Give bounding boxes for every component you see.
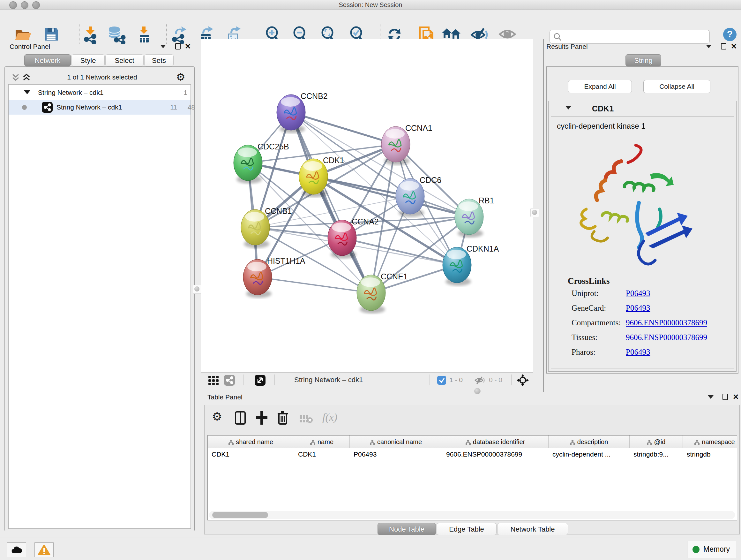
hidden-eye-slash-icon <box>474 376 486 385</box>
memory-button[interactable]: Memory <box>687 541 736 558</box>
tree-expander-icon[interactable] <box>24 90 30 94</box>
tab-node-table[interactable]: Node Table <box>378 523 436 535</box>
network-node-ccna2[interactable]: CCNA2 <box>328 217 379 259</box>
collapse-all-icon[interactable] <box>11 73 20 82</box>
save-session-icon[interactable] <box>43 26 59 43</box>
table-settings-gear-icon[interactable]: ⚙ <box>212 410 222 423</box>
node-label: HIST1H1A <box>267 256 306 265</box>
delete-column-trash-icon[interactable] <box>277 411 288 425</box>
tab-sets[interactable]: Sets <box>144 54 174 66</box>
warning-button[interactable] <box>35 543 54 557</box>
crosslink-link[interactable]: P06493 <box>626 348 650 356</box>
warning-icon <box>38 544 51 555</box>
import-network-from-file-icon[interactable] <box>82 26 99 44</box>
table-panel-menu-icon[interactable] <box>708 395 714 399</box>
table-column-header[interactable]: namespace <box>683 435 737 448</box>
network-view-canvas[interactable]: CCNB2CCNA1CDC25BCDK1CDC6RB1CCNB1CCNA2CDK… <box>201 39 533 372</box>
create-column-plus-icon[interactable] <box>255 411 268 425</box>
results-panel-menu-icon[interactable] <box>706 45 712 48</box>
pan-crosshair-icon[interactable] <box>516 374 529 387</box>
table-column-header[interactable]: database identifier <box>442 435 549 448</box>
table-column-header[interactable]: description <box>549 435 630 448</box>
grid-view-icon[interactable] <box>208 375 219 385</box>
table-cell[interactable]: P06493 <box>350 449 442 460</box>
selected-checkbox-icon[interactable] <box>437 376 446 385</box>
table-column-header[interactable]: shared name <box>208 435 294 448</box>
expand-all-button[interactable]: Expand All <box>568 80 632 93</box>
network-node-ccne1[interactable]: CCNE1 <box>357 272 408 314</box>
titlebar: Session: New Session <box>0 0 741 10</box>
table-panel-float-icon[interactable] <box>723 394 728 400</box>
node-table[interactable]: shared nameCDK1nameCDK1canonical nameP06… <box>207 435 737 520</box>
selected-count: 1 - 0 <box>449 376 463 384</box>
left-splitter-handle[interactable] <box>193 285 202 294</box>
shared-column-icon <box>466 440 471 445</box>
show-columns-icon[interactable] <box>235 411 246 425</box>
horizontal-splitter-handle[interactable] <box>474 388 481 394</box>
crosslink-link[interactable]: P06493 <box>626 289 650 298</box>
control-panel-float-icon[interactable] <box>175 43 181 50</box>
results-panel-close-icon[interactable]: ✕ <box>731 44 737 49</box>
network-edge[interactable] <box>291 112 396 144</box>
expand-all-icon[interactable] <box>22 73 31 82</box>
collapse-all-button[interactable]: Collapse All <box>643 80 711 93</box>
crosslink-link[interactable]: 9606.ENSP00000378699 <box>626 333 707 341</box>
table-cell[interactable]: 9606.ENSP00000378699 <box>442 449 549 460</box>
horizontal-splitter[interactable] <box>201 388 533 392</box>
search-input[interactable] <box>564 31 705 43</box>
results-panel-float-icon[interactable] <box>721 43 726 50</box>
crosslink-row: GeneCard:P06493 <box>571 304 650 313</box>
network-node-rb1[interactable]: RB1 <box>455 196 494 238</box>
string-view-icon[interactable] <box>224 375 235 386</box>
toolbar-separator <box>79 24 79 44</box>
table-cell[interactable]: cyclin-dependent ... <box>549 449 630 460</box>
network-collection-row[interactable]: String Network – cdk1 1 <box>9 85 191 100</box>
tab-style[interactable]: Style <box>71 54 105 66</box>
network-edge[interactable] <box>258 277 371 293</box>
network-label: String Network – cdk1 <box>57 104 122 111</box>
crosslink-link[interactable]: P06493 <box>626 304 650 312</box>
table-column-header[interactable]: @id <box>630 435 683 448</box>
table-cell[interactable]: stringdb:9... <box>630 449 683 460</box>
crosslink-link[interactable]: 9606.ENSP00000378699 <box>626 318 707 327</box>
cdk1-section-expander-icon[interactable] <box>565 106 571 110</box>
network-status-dot <box>22 105 27 110</box>
import-table-from-file-icon[interactable] <box>135 26 153 44</box>
table-horizontal-scrollbar[interactable] <box>209 511 735 519</box>
scrollbar-thumb[interactable] <box>212 512 268 518</box>
network-node-ccna1[interactable]: CCNA1 <box>381 124 432 165</box>
right-splitter-handle[interactable] <box>530 208 539 217</box>
gear-icon[interactable]: ⚙ <box>176 71 185 83</box>
node-label: CDKN1A <box>467 244 499 253</box>
open-in-window-icon[interactable] <box>255 375 266 386</box>
export-network-icon[interactable] <box>171 26 188 44</box>
table-panel-close-icon[interactable]: ✕ <box>733 394 739 399</box>
network-edge[interactable] <box>342 238 457 265</box>
collection-label: String Network – cdk1 <box>38 89 104 97</box>
network-node-cdkn1a[interactable]: CDKN1A <box>443 244 499 286</box>
network-edge[interactable] <box>291 112 371 293</box>
network-row-selected[interactable]: String Network – cdk1 11 48 <box>9 100 191 115</box>
toolbar-separator <box>511 374 512 385</box>
toolbar-separator <box>470 374 470 385</box>
tab-network-table[interactable]: Network Table <box>497 523 568 535</box>
crosslink-label: Pharos: <box>571 348 626 357</box>
table-column-header[interactable]: name <box>294 435 350 448</box>
import-network-from-database-icon[interactable] <box>107 26 126 44</box>
table-column-header[interactable]: canonical name <box>350 435 442 448</box>
control-panel-menu-icon[interactable] <box>160 45 166 48</box>
cloud-button[interactable] <box>7 543 26 557</box>
tab-select[interactable]: Select <box>105 54 144 66</box>
tab-edge-table[interactable]: Edge Table <box>436 523 496 535</box>
network-selection-status: 1 of 1 Network selected <box>38 73 166 81</box>
table-cell[interactable]: CDK1 <box>208 449 294 460</box>
network-node-hist1h1a[interactable]: HIST1H1A <box>243 256 306 298</box>
tab-network[interactable]: Network <box>24 54 71 66</box>
help-icon[interactable]: ? <box>723 27 737 42</box>
table-cell[interactable]: stringdb <box>683 449 737 460</box>
tab-string[interactable]: String <box>625 54 661 66</box>
control-panel-close-icon[interactable]: ✕ <box>185 44 191 49</box>
table-cell[interactable]: CDK1 <box>294 449 350 460</box>
open-session-icon[interactable] <box>14 26 32 43</box>
network-node-ccnb2[interactable]: CCNB2 <box>277 91 328 133</box>
